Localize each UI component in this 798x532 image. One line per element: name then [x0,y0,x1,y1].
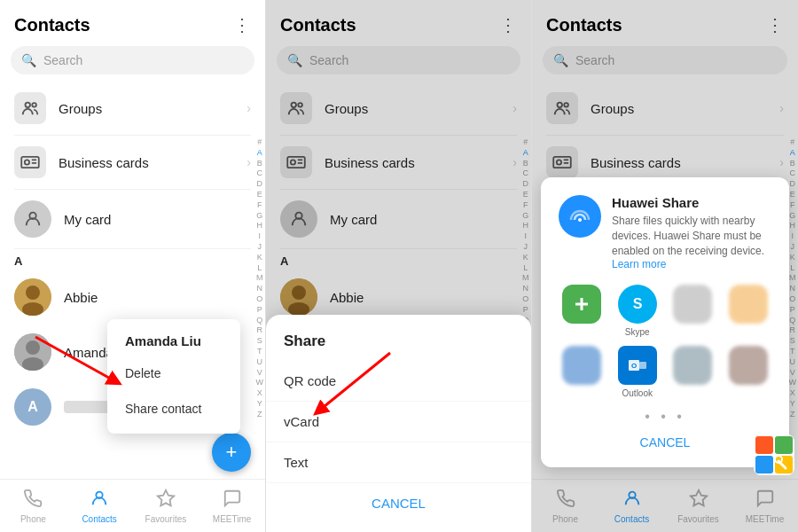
alpha-s[interactable]: S [256,336,264,346]
huawei-text-block: Huawei Share Share files quickly with ne… [612,195,771,270]
share-app-skype[interactable]: S Skype [614,285,661,337]
alpha-c[interactable]: C [256,168,264,178]
share-app-icon-1 [562,285,601,324]
share-app-icon-3 [673,285,712,324]
alpha-hash[interactable]: # [256,137,264,147]
my-card-avatar [14,200,51,238]
svg-point-8 [26,286,40,300]
watermark-tool-icon [754,434,794,475]
skype-icon: S [618,285,657,324]
phone-icon-1 [23,489,43,512]
alpha-q[interactable]: Q [256,316,264,325]
svg-point-3 [25,160,29,164]
alpha-f[interactable]: F [256,200,264,210]
svg-rect-49 [755,436,773,454]
share-app-icon-5 [562,346,601,385]
panel1-groups-item[interactable]: Groups › [0,82,265,135]
panel1-header: Contacts ⋮ [0,0,265,43]
contact-a-avatar: A [14,388,51,426]
share-app-icon-4 [729,285,768,324]
svg-marker-15 [158,489,174,505]
abbie-name: Abbie [64,290,98,305]
groups-icon [14,92,46,124]
alpha-n[interactable]: N [256,284,264,293]
share-app-icon-8 [729,346,768,385]
alpha-b[interactable]: B [256,159,264,168]
alpha-z[interactable]: Z [256,410,264,419]
panel-3: Contacts ⋮ 🔍 Search Groups › [532,0,798,532]
favourites-icon-1 [156,489,176,512]
svg-rect-44 [639,362,646,369]
alpha-a[interactable]: A [256,148,264,158]
alpha-d[interactable]: D [256,179,264,189]
share-app-outlook[interactable]: O Outlook [614,346,661,398]
panel1-my-card-item[interactable]: My card [0,190,265,248]
business-cards-label: Business cards [59,155,246,170]
alpha-k[interactable]: K [256,253,264,262]
svg-text:S: S [632,296,642,311]
alpha-e[interactable]: E [256,190,264,200]
alphabet-sidebar: # A B C D E F G H I J K L M N O P Q R S … [256,137,264,461]
alpha-t[interactable]: T [256,347,264,356]
contact-abbie[interactable]: Abbie [0,270,265,325]
huawei-cancel[interactable]: CANCEL [559,428,771,450]
panel1-menu-list: Groups › Business cards › M [0,82,265,249]
business-cards-chevron: › [246,155,251,169]
panel1-search-bar[interactable]: 🔍 Search [11,46,254,74]
svg-point-11 [26,340,40,355]
abbie-avatar [14,278,51,316]
context-menu-delete[interactable]: Delete [107,356,240,391]
svg-text:O: O [631,362,637,370]
nav-meetime-1[interactable]: MEETime [199,483,265,529]
alpha-w[interactable]: W [256,378,264,387]
alpha-x[interactable]: X [256,388,264,398]
alpha-v[interactable]: V [256,368,264,378]
nav-meetime-label-1: MEETime [213,514,252,524]
nav-phone-1[interactable]: Phone [0,483,66,529]
nav-contacts-1[interactable]: Contacts [66,483,133,529]
share-apps-grid: S Skype [559,285,771,398]
panel1-fab[interactable]: + [212,433,251,472]
share-cancel[interactable]: CANCEL [266,483,531,523]
amanda-avatar [14,333,51,371]
svg-point-37 [578,218,582,222]
red-arrow-2 [301,348,408,419]
alpha-u[interactable]: U [256,357,264,367]
svg-point-1 [32,103,36,107]
share-app-5[interactable] [559,346,606,398]
outlook-label: Outlook [622,388,653,398]
alpha-y[interactable]: Y [256,399,264,409]
huawei-dots: • • • [559,409,771,425]
svg-rect-51 [755,456,773,473]
huawei-learn-more[interactable]: Learn more [612,258,771,270]
groups-chevron: › [246,101,251,115]
share-text[interactable]: Text [266,442,531,483]
share-app-7[interactable] [669,346,716,398]
share-app-8[interactable] [725,346,772,398]
skype-label: Skype [625,327,650,337]
alpha-r[interactable]: R [256,325,264,335]
nav-favourites-1[interactable]: Favourites [133,483,200,529]
nav-contacts-label-1: Contacts [82,514,116,524]
nav-favourites-label-1: Favourites [145,514,187,524]
alpha-j[interactable]: J [256,242,264,252]
svg-point-36 [562,199,598,234]
share-app-1[interactable] [559,285,606,337]
alpha-p[interactable]: P [256,305,264,315]
panel1-menu-dots[interactable]: ⋮ [233,14,251,35]
my-card-label: My card [64,212,251,227]
context-menu-share-contact[interactable]: Share contact [107,391,240,426]
panel1-business-cards-item[interactable]: Business cards › [0,136,265,189]
alpha-i[interactable]: I [256,231,264,241]
groups-label: Groups [59,101,246,116]
panel-2: Contacts ⋮ 🔍 Search Groups › [266,0,532,532]
huawei-header: Huawei Share Share files quickly with ne… [559,195,771,270]
alpha-o[interactable]: O [256,294,264,304]
alpha-g[interactable]: G [256,211,264,221]
share-app-3[interactable] [669,285,716,337]
alpha-h[interactable]: H [256,221,264,231]
share-app-4[interactable] [725,285,772,337]
alpha-l[interactable]: L [256,263,264,273]
share-vcard[interactable]: vCard [266,402,531,442]
alpha-m[interactable]: M [256,273,264,283]
